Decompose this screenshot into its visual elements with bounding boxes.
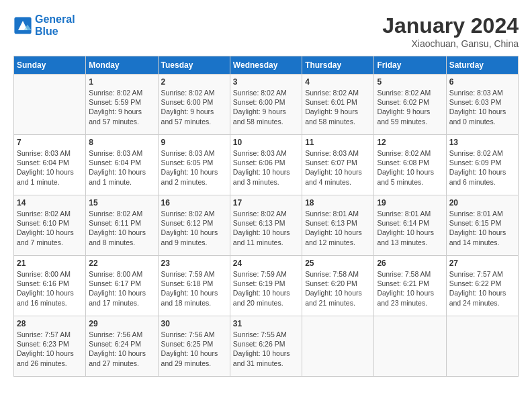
day-info: Sunrise: 8:03 AM Sunset: 6:05 PM Dayligh…	[161, 148, 227, 187]
day-number: 20	[449, 198, 515, 208]
title-block: January 2024 Xiaochuan, Gansu, China	[382, 13, 519, 49]
calendar-cell: 17Sunrise: 8:02 AM Sunset: 6:13 PM Dayli…	[230, 195, 302, 256]
day-number: 7	[17, 138, 83, 147]
calendar-cell: 12Sunrise: 8:02 AM Sunset: 6:08 PM Dayli…	[374, 135, 446, 195]
page-header: General Blue January 2024 Xiaochuan, Gan…	[13, 13, 519, 49]
day-number: 27	[449, 259, 515, 268]
day-info: Sunrise: 7:59 AM Sunset: 6:18 PM Dayligh…	[161, 269, 227, 308]
day-number: 15	[89, 198, 154, 208]
day-info: Sunrise: 8:02 AM Sunset: 6:00 PM Dayligh…	[233, 88, 299, 126]
calendar-cell: 5Sunrise: 8:02 AM Sunset: 6:02 PM Daylig…	[374, 75, 446, 135]
day-number: 24	[233, 259, 299, 268]
day-info: Sunrise: 8:02 AM Sunset: 5:59 PM Dayligh…	[89, 88, 154, 126]
day-info: Sunrise: 8:02 AM Sunset: 6:02 PM Dayligh…	[377, 88, 443, 126]
day-number: 19	[377, 198, 443, 208]
calendar-cell: 9Sunrise: 8:03 AM Sunset: 6:05 PM Daylig…	[158, 135, 230, 195]
day-info: Sunrise: 8:00 AM Sunset: 6:17 PM Dayligh…	[89, 269, 154, 308]
calendar-cell: 4Sunrise: 8:02 AM Sunset: 6:01 PM Daylig…	[302, 75, 374, 135]
calendar-body: 1Sunrise: 8:02 AM Sunset: 5:59 PM Daylig…	[14, 75, 519, 377]
day-number: 29	[89, 319, 154, 328]
day-info: Sunrise: 8:03 AM Sunset: 6:04 PM Dayligh…	[17, 148, 83, 187]
day-info: Sunrise: 8:02 AM Sunset: 6:13 PM Dayligh…	[233, 209, 299, 247]
calendar-cell: 28Sunrise: 7:57 AM Sunset: 6:23 PM Dayli…	[14, 316, 86, 377]
day-header-thursday: Thursday	[302, 56, 374, 75]
day-info: Sunrise: 8:02 AM Sunset: 6:01 PM Dayligh…	[305, 88, 371, 126]
calendar-cell: 7Sunrise: 8:03 AM Sunset: 6:04 PM Daylig…	[14, 135, 86, 195]
day-number: 12	[377, 138, 443, 147]
day-info: Sunrise: 8:00 AM Sunset: 6:16 PM Dayligh…	[17, 269, 83, 308]
day-number: 22	[89, 259, 154, 268]
day-info: Sunrise: 7:56 AM Sunset: 6:24 PM Dayligh…	[89, 330, 154, 368]
day-number: 25	[305, 259, 371, 268]
day-number: 10	[233, 138, 299, 147]
calendar-cell	[374, 316, 446, 377]
calendar-cell: 19Sunrise: 8:01 AM Sunset: 6:14 PM Dayli…	[374, 195, 446, 256]
day-number: 16	[161, 198, 227, 208]
day-number: 6	[449, 77, 515, 87]
calendar-week-2: 7Sunrise: 8:03 AM Sunset: 6:04 PM Daylig…	[14, 135, 519, 195]
calendar-table: SundayMondayTuesdayWednesdayThursdayFrid…	[13, 56, 519, 377]
day-info: Sunrise: 7:58 AM Sunset: 6:21 PM Dayligh…	[377, 269, 443, 308]
logo-general: General	[35, 13, 75, 25]
day-info: Sunrise: 8:03 AM Sunset: 6:07 PM Dayligh…	[305, 148, 371, 187]
calendar-cell: 15Sunrise: 8:02 AM Sunset: 6:11 PM Dayli…	[86, 195, 158, 256]
day-number: 11	[305, 138, 371, 147]
calendar-cell: 24Sunrise: 7:59 AM Sunset: 6:19 PM Dayli…	[230, 256, 302, 316]
calendar-cell	[14, 75, 86, 135]
logo-text: General Blue	[35, 13, 75, 38]
calendar-cell: 23Sunrise: 7:59 AM Sunset: 6:18 PM Dayli…	[158, 256, 230, 316]
day-number: 28	[17, 319, 83, 328]
calendar-cell: 30Sunrise: 7:56 AM Sunset: 6:25 PM Dayli…	[158, 316, 230, 377]
calendar-header-row: SundayMondayTuesdayWednesdayThursdayFrid…	[14, 56, 519, 75]
day-info: Sunrise: 8:01 AM Sunset: 6:13 PM Dayligh…	[305, 209, 371, 247]
calendar-cell: 16Sunrise: 8:02 AM Sunset: 6:12 PM Dayli…	[158, 195, 230, 256]
calendar-week-4: 21Sunrise: 8:00 AM Sunset: 6:16 PM Dayli…	[14, 256, 519, 316]
day-info: Sunrise: 8:02 AM Sunset: 6:12 PM Dayligh…	[161, 209, 227, 247]
logo: General Blue	[13, 13, 75, 38]
calendar-cell: 27Sunrise: 7:57 AM Sunset: 6:22 PM Dayli…	[446, 256, 518, 316]
calendar-week-1: 1Sunrise: 8:02 AM Sunset: 5:59 PM Daylig…	[14, 75, 519, 135]
calendar-cell: 21Sunrise: 8:00 AM Sunset: 6:16 PM Dayli…	[14, 256, 86, 316]
day-number: 14	[17, 198, 83, 208]
day-info: Sunrise: 7:59 AM Sunset: 6:19 PM Dayligh…	[233, 269, 299, 308]
day-number: 23	[161, 259, 227, 268]
day-info: Sunrise: 8:03 AM Sunset: 6:04 PM Dayligh…	[89, 148, 154, 187]
day-info: Sunrise: 8:02 AM Sunset: 6:09 PM Dayligh…	[449, 148, 515, 187]
day-info: Sunrise: 8:02 AM Sunset: 6:08 PM Dayligh…	[377, 148, 443, 187]
day-number: 9	[161, 138, 227, 147]
logo-blue: Blue	[35, 26, 58, 37]
day-number: 31	[233, 319, 299, 328]
calendar-cell: 14Sunrise: 8:02 AM Sunset: 6:10 PM Dayli…	[14, 195, 86, 256]
day-number: 18	[305, 198, 371, 208]
calendar-cell: 1Sunrise: 8:02 AM Sunset: 5:59 PM Daylig…	[86, 75, 158, 135]
day-number: 5	[377, 77, 443, 87]
day-number: 26	[377, 259, 443, 268]
day-number: 1	[89, 77, 154, 87]
day-header-tuesday: Tuesday	[158, 56, 230, 75]
day-header-friday: Friday	[374, 56, 446, 75]
calendar-cell: 13Sunrise: 8:02 AM Sunset: 6:09 PM Dayli…	[446, 135, 518, 195]
day-number: 8	[89, 138, 154, 147]
calendar-cell: 25Sunrise: 7:58 AM Sunset: 6:20 PM Dayli…	[302, 256, 374, 316]
day-number: 21	[17, 259, 83, 268]
day-number: 3	[233, 77, 299, 87]
day-header-sunday: Sunday	[14, 56, 86, 75]
calendar-cell: 20Sunrise: 8:01 AM Sunset: 6:15 PM Dayli…	[446, 195, 518, 256]
calendar-week-5: 28Sunrise: 7:57 AM Sunset: 6:23 PM Dayli…	[14, 316, 519, 377]
day-number: 17	[233, 198, 299, 208]
day-info: Sunrise: 7:58 AM Sunset: 6:20 PM Dayligh…	[305, 269, 371, 308]
day-number: 30	[161, 319, 227, 328]
calendar-cell: 18Sunrise: 8:01 AM Sunset: 6:13 PM Dayli…	[302, 195, 374, 256]
calendar-cell	[302, 316, 374, 377]
day-info: Sunrise: 8:01 AM Sunset: 6:15 PM Dayligh…	[449, 209, 515, 247]
location-subtitle: Xiaochuan, Gansu, China	[382, 38, 519, 49]
calendar-cell: 29Sunrise: 7:56 AM Sunset: 6:24 PM Dayli…	[86, 316, 158, 377]
day-info: Sunrise: 7:56 AM Sunset: 6:25 PM Dayligh…	[161, 330, 227, 368]
day-number: 2	[161, 77, 227, 87]
day-header-saturday: Saturday	[446, 56, 518, 75]
calendar-cell: 22Sunrise: 8:00 AM Sunset: 6:17 PM Dayli…	[86, 256, 158, 316]
day-info: Sunrise: 7:57 AM Sunset: 6:22 PM Dayligh…	[449, 269, 515, 308]
day-header-wednesday: Wednesday	[230, 56, 302, 75]
day-info: Sunrise: 8:02 AM Sunset: 6:10 PM Dayligh…	[17, 209, 83, 247]
calendar-cell	[446, 316, 518, 377]
